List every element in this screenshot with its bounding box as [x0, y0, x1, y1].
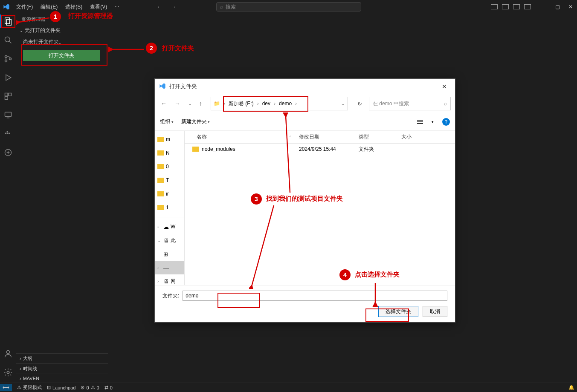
nav-forward-icon[interactable]: → [170, 3, 176, 10]
nav-arrows: ← → [157, 3, 176, 10]
status-ports[interactable]: ⇄0 [104, 385, 113, 390]
view-options-icon[interactable] [417, 120, 423, 124]
window-controls: ─ ▢ ✕ [543, 4, 573, 10]
tree-item[interactable]: T [155, 173, 184, 187]
dialog-refresh-icon[interactable]: ↻ [355, 99, 365, 109]
layout-panel-icon[interactable] [502, 4, 509, 9]
open-folder-button[interactable]: 打开文件夹 [23, 50, 100, 61]
activity-bar [0, 14, 16, 383]
menu-bar: 文件(F) 编辑(E) 选择(S) 查看(V) ··· [13, 2, 122, 12]
open-folder-dialog: 打开文件夹 ✕ ← → ⌄ ↑ 📁 › 新加卷 (E:) › dev › dem… [154, 78, 455, 323]
extensions-icon[interactable] [3, 91, 13, 101]
tree-item[interactable]: 1 [155, 201, 184, 214]
command-center[interactable]: ⌕ 搜索 [216, 2, 361, 12]
vscode-dialog-icon [159, 83, 166, 91]
tree-item[interactable]: ⊞ [155, 247, 184, 261]
no-folder-message: 尚未打开文件夹。 [23, 38, 101, 46]
layout-primary-sidebar-icon[interactable] [491, 4, 498, 9]
folder-name-input[interactable] [183, 291, 447, 301]
breadcrumb-dropdown-icon[interactable]: ⌄ [341, 101, 345, 107]
svg-rect-14 [7, 133, 8, 134]
dialog-recent-icon[interactable]: ⌄ [186, 100, 193, 108]
dialog-file-list: 名称⌃ 修改日期 类型 大小 node_modules 2024/9/25 15… [185, 131, 455, 285]
help-icon[interactable]: ? [442, 118, 450, 126]
layout-controls [491, 4, 531, 9]
close-icon[interactable]: ✕ [568, 4, 573, 10]
svg-point-18 [6, 351, 9, 354]
remote-explorer-icon[interactable] [3, 110, 13, 120]
dialog-breadcrumb[interactable]: 📁 › 新加卷 (E:) › dev › demo › ⌄ [211, 97, 348, 110]
status-notifications[interactable]: 🔔 [568, 385, 574, 390]
tree-item[interactable]: ›— [155, 261, 184, 274]
search-icon: ⌕ [444, 101, 447, 107]
tree-item[interactable]: ir [155, 187, 184, 201]
col-size[interactable]: 大小 [398, 133, 432, 141]
tree-item[interactable]: N [155, 146, 184, 160]
dialog-tree: m N 0 T ir 1 ›☁W ⌄🖥此 ⊞ ›— ›🖥网 [155, 131, 185, 285]
tree-item[interactable]: m [155, 133, 184, 146]
svg-line-3 [9, 41, 12, 43]
run-debug-icon[interactable] [3, 72, 13, 83]
svg-marker-7 [6, 75, 11, 80]
accounts-icon[interactable] [3, 349, 13, 359]
section-timeline[interactable]: 时间线 [16, 363, 108, 374]
section-maven[interactable]: MAVEN [16, 374, 108, 383]
docker-icon[interactable] [3, 129, 13, 139]
svg-rect-9 [9, 93, 12, 96]
breadcrumb-item[interactable]: 新加卷 (E:) [227, 100, 255, 107]
tree-item[interactable]: 0 [155, 160, 184, 173]
file-row[interactable]: node_modules 2024/9/25 15:44 文件夹 [185, 144, 455, 155]
breadcrumb-item[interactable]: dev [261, 101, 272, 107]
sort-icon: ⌃ [289, 135, 292, 139]
menu-file[interactable]: 文件(F) [13, 2, 36, 12]
organize-button[interactable]: 组织 [160, 118, 174, 125]
select-folder-button[interactable]: 选择文件夹 [378, 306, 418, 317]
database-icon[interactable] [3, 147, 13, 158]
settings-icon[interactable] [3, 367, 13, 378]
folder-label: 文件夹: [162, 292, 179, 300]
folder-icon [192, 147, 199, 152]
tree-item[interactable]: ⌄🖥此 [155, 233, 184, 247]
drive-icon: 📁 [214, 101, 220, 107]
minimize-icon[interactable]: ─ [543, 4, 547, 10]
dialog-title: 打开文件夹 [169, 83, 197, 90]
layout-customize-icon[interactable] [524, 4, 531, 9]
tree-item[interactable]: ›🖥网 [155, 274, 184, 285]
remote-indicator[interactable]: ⟷ [0, 384, 12, 391]
cancel-button[interactable]: 取消 [423, 306, 447, 317]
no-folder-section-title[interactable]: 无打开的文件夹 [16, 25, 108, 36]
source-control-icon[interactable] [3, 54, 13, 64]
svg-point-5 [5, 60, 7, 62]
status-problems[interactable]: ⊘0⚠0 [81, 385, 99, 390]
breadcrumb-item[interactable]: demo [277, 101, 293, 107]
dialog-back-icon[interactable]: ← [159, 98, 168, 109]
dialog-forward-icon[interactable]: → [173, 98, 182, 109]
view-dropdown-icon[interactable]: ▾ [432, 120, 434, 124]
col-type[interactable]: 类型 [355, 133, 398, 141]
dialog-up-icon[interactable]: ↑ [197, 98, 204, 109]
col-name[interactable]: 名称 [197, 133, 207, 141]
section-outline[interactable]: 大纲 [16, 353, 108, 363]
layout-secondary-sidebar-icon[interactable] [513, 4, 520, 9]
svg-point-2 [5, 37, 10, 42]
search-activity-icon[interactable] [3, 35, 13, 45]
svg-rect-0 [5, 18, 10, 24]
svg-rect-1 [6, 19, 11, 25]
new-folder-button[interactable]: 新建文件夹 [181, 118, 210, 125]
col-date[interactable]: 修改日期 [296, 133, 355, 141]
title-bar: 文件(F) 编辑(E) 选择(S) 查看(V) ··· ← → ⌕ 搜索 ─ ▢… [0, 0, 577, 14]
menu-edit[interactable]: 编辑(E) [37, 2, 61, 12]
menu-selection[interactable]: 选择(S) [62, 2, 86, 12]
menu-more[interactable]: ··· [111, 2, 122, 12]
status-restricted[interactable]: ⚠受限模式 [17, 384, 42, 391]
menu-view[interactable]: 查看(V) [87, 2, 110, 12]
maximize-icon[interactable]: ▢ [555, 4, 560, 10]
dialog-search-input[interactable]: 在 demo 中搜索 ⌕ [369, 97, 451, 110]
dialog-close-icon[interactable]: ✕ [438, 83, 451, 90]
search-icon: ⌕ [220, 4, 223, 10]
explorer-icon[interactable] [3, 16, 13, 26]
explorer-header: 资源管理器 [16, 14, 108, 25]
status-launchpad[interactable]: ⊡Launchpad [47, 385, 75, 390]
tree-item[interactable]: ›☁W [155, 220, 184, 233]
nav-back-icon[interactable]: ← [157, 3, 162, 10]
